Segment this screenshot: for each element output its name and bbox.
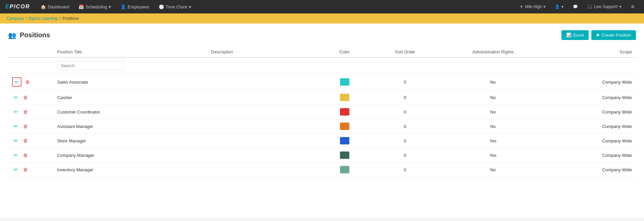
breadcrumb-sep-1: / [26, 16, 27, 21]
timeclock-chevron-icon: ▾ [189, 4, 191, 9]
delete-button[interactable]: 🗑 [21, 123, 30, 130]
delete-button[interactable]: 🗑 [21, 166, 30, 173]
sort-order: 0 [404, 153, 406, 158]
nav-timeclock[interactable]: 🕐 Time Clock ▾ [155, 0, 196, 13]
position-title-cell: Assistant Manager [53, 119, 207, 134]
position-sort-cell: 0 [372, 148, 438, 163]
actions-wrapper: ✏ 🗑 [12, 123, 49, 130]
breadcrumb-company[interactable]: Company [7, 16, 24, 21]
search-cell [53, 57, 207, 74]
col-header-color: Color [317, 47, 372, 57]
edit-button[interactable]: ✏ [12, 166, 19, 173]
nav-location[interactable]: ✈ Mile High ▾ [516, 0, 549, 13]
position-title-cell: Company Manager [53, 148, 207, 163]
positions-table-body: ✏ 🗑 Sales Associate 0 No Company Wide [8, 74, 636, 177]
row-actions-cell: ✏ 🗑 [8, 163, 53, 177]
nav-employees[interactable]: 👤 Employees [116, 0, 153, 13]
timeclock-icon: 🕐 [159, 4, 164, 9]
row-actions-cell: ✏ 🗑 [8, 148, 53, 163]
admin-rights: No [490, 109, 496, 115]
position-admin-cell: No [438, 74, 548, 90]
position-title-cell: Cashier [53, 90, 207, 105]
delete-button[interactable]: 🗑 [21, 137, 30, 144]
settings-icon: ⚙ [631, 4, 635, 9]
position-admin-cell: No [438, 163, 548, 177]
actions-wrapper: ✏ 🗑 [12, 137, 49, 144]
edit-btn-wrap: ✏ [12, 123, 19, 130]
color-swatch [340, 94, 349, 101]
nav-location-label: Mile High [525, 4, 542, 9]
user-icon: 👤 [555, 4, 560, 9]
search-input[interactable] [57, 61, 124, 70]
position-scope-cell: Company Wide [548, 163, 636, 177]
sort-order: 0 [404, 167, 406, 172]
edit-button[interactable]: ✏ [12, 108, 19, 116]
table-row: ✏ 🗑 Company Manager 0 Yes Company Wide [8, 148, 636, 163]
col-header-admin: Administration Rights [438, 47, 548, 57]
table-header-row: Position Title Description Color Sort Or… [8, 47, 636, 57]
edit-button[interactable]: ✏ [12, 151, 19, 159]
admin-rights: No [490, 80, 496, 85]
position-scope-cell: Company Wide [548, 105, 636, 119]
position-admin-cell: Yes [438, 134, 548, 148]
edit-button[interactable]: ✏ [13, 78, 20, 86]
actions-wrapper: ✏ 🗑 [12, 108, 49, 116]
create-icon: ✚ [596, 33, 600, 38]
table-row: ✏ 🗑 Assistant Manager 0 No Company Wide [8, 119, 636, 134]
scope: Company Wide [602, 95, 632, 100]
excel-button[interactable]: 📊 Excel [561, 30, 589, 40]
col-header-title: Position Title [53, 47, 207, 57]
color-swatch [340, 166, 349, 173]
nav-settings[interactable]: ⚙ [627, 0, 639, 13]
nav-dashboard-label: Dashboard [48, 4, 69, 9]
delete-button[interactable]: 🗑 [21, 151, 30, 159]
nav-user[interactable]: 👤 ▾ [551, 0, 567, 13]
color-swatch [340, 137, 349, 144]
excel-label: Excel [573, 33, 584, 38]
delete-button[interactable]: 🗑 [23, 78, 32, 86]
sort-order: 0 [404, 80, 406, 85]
scope: Company Wide [602, 153, 632, 158]
edit-button[interactable]: ✏ [12, 94, 19, 101]
row-actions-cell: ✏ 🗑 [8, 119, 53, 134]
actions-wrapper: ✏ 🗑 [12, 151, 49, 159]
nav-scheduling[interactable]: 📅 Scheduling ▾ [75, 0, 115, 13]
page-title-text: Positions [20, 31, 50, 39]
col-header-sort: Sort Order [372, 47, 438, 57]
nav-support[interactable]: 🎧 Live Support! ▾ [583, 0, 626, 13]
scope: Company Wide [602, 109, 632, 115]
position-sort-cell: 0 [372, 134, 438, 148]
breadcrumb-epicor-learning[interactable]: Epicor Learning [29, 16, 57, 21]
position-admin-cell: No [438, 119, 548, 134]
main-content: 👥 Positions 📊 Excel ✚ Create Position Po… [0, 24, 644, 218]
messages-icon: 💬 [573, 4, 578, 9]
position-scope-cell: Company Wide [548, 134, 636, 148]
table-row: ✏ 🗑 Store Manager 0 Yes Company Wide [8, 134, 636, 148]
table-row: ✏ 🗑 Cashier 0 No Company Wide [8, 90, 636, 105]
table-row: ✏ 🗑 Inventory Manager 0 No Company Wide [8, 163, 636, 177]
table-search-row [8, 57, 636, 74]
actions-wrapper: ✏ 🗑 [12, 77, 49, 87]
edit-button[interactable]: ✏ [12, 137, 19, 144]
nav-items: 🏠 Dashboard 📅 Scheduling ▾ 👤 Employees 🕐… [37, 0, 513, 13]
sort-order: 0 [404, 95, 406, 100]
create-label: Create Position [601, 33, 631, 38]
delete-button[interactable]: 🗑 [21, 108, 30, 116]
color-swatch [340, 123, 349, 130]
employees-icon: 👤 [120, 4, 126, 9]
position-description-cell [207, 148, 317, 163]
color-swatch [340, 78, 349, 86]
admin-rights: Yes [489, 138, 496, 143]
table-row: ✏ 🗑 Customer Coordinator 0 No Company Wi… [8, 105, 636, 119]
row-actions-cell: ✏ 🗑 [8, 74, 53, 90]
create-position-button[interactable]: ✚ Create Position [591, 30, 636, 40]
position-scope-cell: Company Wide [548, 148, 636, 163]
edit-button[interactable]: ✏ [12, 123, 19, 130]
scope: Company Wide [602, 138, 632, 143]
nav-dashboard[interactable]: 🏠 Dashboard [37, 0, 73, 13]
position-color-cell [317, 105, 372, 119]
delete-button[interactable]: 🗑 [21, 94, 30, 101]
positions-icon: 👥 [8, 31, 16, 39]
edit-btn-wrap: ✏ [12, 137, 19, 144]
nav-messages[interactable]: 💬 [569, 0, 582, 13]
